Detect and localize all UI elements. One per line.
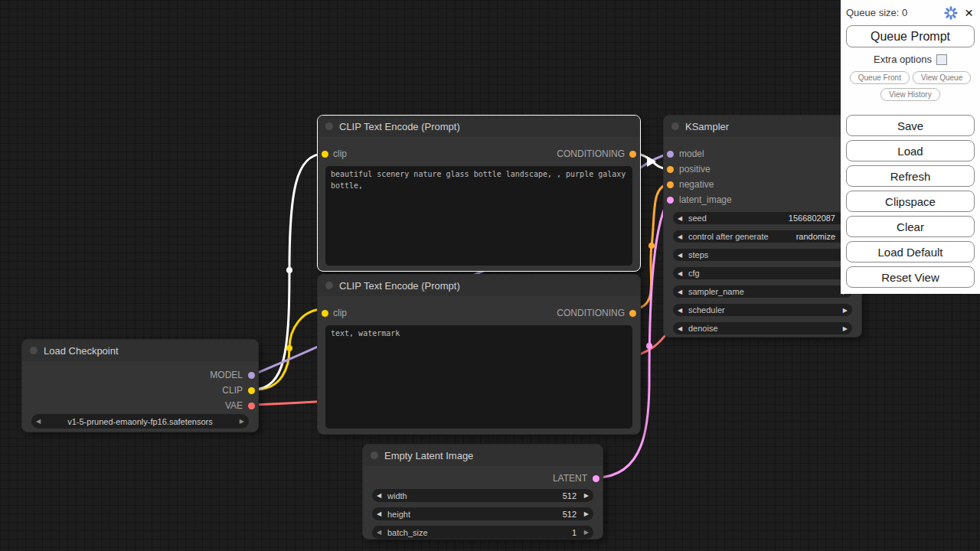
increment-arrow-icon[interactable]: ▶	[580, 510, 589, 517]
settings-gear-icon[interactable]	[944, 6, 958, 20]
input-slot-model[interactable]: model	[664, 146, 861, 161]
view-queue-button[interactable]: View Queue	[913, 71, 971, 84]
widget-scheduler[interactable]: ◀ scheduler ▶	[673, 304, 852, 316]
decrement-arrow-icon[interactable]: ◀	[678, 325, 687, 332]
widget-denoise[interactable]: ◀ denoise ▶	[673, 322, 852, 334]
input-slot-positive[interactable]: positive	[664, 161, 861, 177]
clear-button[interactable]: Clear	[846, 216, 975, 237]
vae-slot-dot[interactable]	[248, 403, 255, 409]
collapse-dot-icon[interactable]	[325, 282, 333, 289]
decrement-arrow-icon[interactable]: ◀	[678, 307, 687, 314]
node-title-bar[interactable]: CLIP Text Encode (Prompt)	[318, 275, 640, 296]
widget-sampler-name[interactable]: ◀ sampler_name ▶	[673, 285, 852, 298]
model-slot-dot[interactable]	[667, 151, 674, 158]
node-title-bar[interactable]: CLIP Text Encode (Prompt)	[318, 116, 640, 137]
clip-slot-dot[interactable]	[248, 387, 255, 394]
view-history-button[interactable]: View History	[880, 88, 939, 101]
reset-view-button[interactable]: Reset View	[846, 266, 975, 288]
output-slot-conditioning[interactable]: CONDITIONING	[557, 308, 636, 318]
slot-label: model	[679, 148, 704, 159]
collapse-dot-icon[interactable]	[325, 122, 333, 130]
node-title: CLIP Text Encode (Prompt)	[339, 280, 460, 292]
graph-canvas[interactable]: CLIP Text Encode (Prompt) clip CONDITION…	[0, 0, 980, 551]
conditioning-slot-dot[interactable]	[667, 166, 674, 173]
output-slot-conditioning[interactable]: CONDITIONING	[557, 148, 636, 159]
latent-slot-dot[interactable]	[667, 197, 674, 204]
prev-value-arrow-icon[interactable]: ◀	[36, 418, 45, 425]
node-title-bar[interactable]: Load Checkpoint	[22, 340, 258, 361]
output-slot-vae[interactable]: VAE	[22, 398, 258, 413]
increment-arrow-icon[interactable]: ▶	[580, 492, 589, 499]
collapse-dot-icon[interactable]	[30, 347, 38, 354]
widget-width[interactable]: ◀ width 512 ▶	[372, 489, 593, 502]
decrement-arrow-icon[interactable]: ◀	[678, 252, 687, 259]
node-clip-text-encode-2[interactable]: CLIP Text Encode (Prompt) clip CONDITION…	[317, 274, 641, 435]
decrement-arrow-icon[interactable]: ◀	[678, 289, 687, 295]
queue-front-button[interactable]: Queue Front	[850, 71, 910, 84]
clipspace-button[interactable]: Clipspace	[846, 191, 975, 212]
widget-label: seed	[688, 214, 707, 223]
refresh-button[interactable]: Refresh	[846, 165, 975, 187]
node-title: Load Checkpoint	[44, 345, 119, 357]
increment-arrow-icon[interactable]: ▶	[580, 529, 589, 536]
decrement-arrow-icon[interactable]: ◀	[377, 492, 386, 499]
negative-prompt-textarea[interactable]: text, watermark	[325, 325, 632, 429]
output-slot-clip[interactable]: CLIP	[22, 383, 258, 398]
conditioning-slot-dot[interactable]	[629, 310, 636, 317]
ckpt-name-combo[interactable]: ◀ v1-5-pruned-emaonly-fp16.safetensors ▶	[31, 414, 249, 429]
widget-batch-size[interactable]: ◀ batch_size 1 ▶	[372, 526, 593, 539]
node-title: Empty Latent Image	[384, 450, 473, 461]
save-button[interactable]: Save	[846, 115, 975, 136]
increment-arrow-icon[interactable]: ▶	[838, 307, 848, 314]
widget-label: scheduler	[688, 305, 725, 315]
node-empty-latent-image[interactable]: Empty Latent Image LATENT ◀ width 512 ▶ …	[362, 444, 603, 540]
widget-label: cfg	[688, 269, 700, 278]
positive-prompt-textarea[interactable]: beautiful scenery nature glass bottle la…	[325, 166, 632, 266]
clip-slot-dot[interactable]	[322, 310, 328, 317]
decrement-arrow-icon[interactable]: ◀	[377, 510, 386, 517]
extra-options-checkbox[interactable]	[936, 54, 947, 65]
node-clip-text-encode-1[interactable]: CLIP Text Encode (Prompt) clip CONDITION…	[317, 115, 641, 272]
decrement-arrow-icon[interactable]: ◀	[377, 529, 386, 536]
node-ksampler[interactable]: KSampler model positive negative latent_…	[663, 115, 862, 337]
conditioning-slot-dot[interactable]	[667, 181, 674, 188]
input-slot-negative[interactable]: negative	[664, 177, 861, 192]
load-default-button[interactable]: Load Default	[846, 241, 975, 262]
output-slot-model[interactable]: MODEL	[22, 367, 258, 383]
next-value-arrow-icon[interactable]: ▶	[235, 418, 244, 425]
slot-label: latent_image	[679, 194, 732, 205]
close-icon[interactable]: ×	[965, 5, 973, 20]
slot-label: negative	[679, 179, 714, 190]
widget-steps[interactable]: ◀ steps ▶	[673, 249, 852, 261]
conditioning-slot-dot[interactable]	[629, 151, 636, 158]
collapse-dot-icon[interactable]	[671, 122, 679, 130]
widget-label: denoise	[688, 324, 718, 333]
widget-seed[interactable]: ◀ seed 1566802087 ▶	[673, 212, 852, 224]
widget-height[interactable]: ◀ height 512 ▶	[372, 507, 593, 520]
input-slot-clip[interactable]: clip	[322, 308, 347, 318]
decrement-arrow-icon[interactable]: ◀	[678, 233, 687, 240]
node-load-checkpoint[interactable]: Load Checkpoint MODEL CLIP VAE ◀ v1-5-pr…	[21, 339, 259, 432]
link-midpoint-dot	[646, 343, 652, 349]
input-slot-clip[interactable]: clip	[322, 148, 347, 159]
widget-label: height	[387, 510, 410, 519]
link-midpoint-dot	[286, 345, 292, 351]
decrement-arrow-icon[interactable]: ◀	[678, 270, 687, 277]
model-slot-dot[interactable]	[248, 372, 255, 379]
output-slot-latent[interactable]: LATENT	[363, 472, 603, 484]
widget-control-after-generate[interactable]: ◀ control after generate randomize ▶	[673, 230, 852, 243]
widget-cfg[interactable]: ◀ cfg ▶	[673, 267, 852, 279]
node-title-bar[interactable]: Empty Latent Image	[363, 445, 603, 466]
queue-prompt-button[interactable]: Queue Prompt	[846, 25, 975, 47]
widget-value: 1566802087	[789, 214, 835, 223]
ckpt-name-value: v1-5-pruned-emaonly-fp16.safetensors	[45, 417, 235, 426]
latent-slot-dot[interactable]	[593, 475, 599, 482]
input-slot-latent-image[interactable]: latent_image	[664, 192, 861, 207]
decrement-arrow-icon[interactable]: ◀	[678, 215, 687, 222]
node-title-bar[interactable]: KSampler	[664, 116, 861, 137]
increment-arrow-icon[interactable]: ▶	[838, 325, 848, 332]
widget-value: 512	[563, 510, 577, 519]
clip-slot-dot[interactable]	[322, 151, 328, 158]
load-button[interactable]: Load	[846, 140, 975, 161]
collapse-dot-icon[interactable]	[371, 452, 378, 459]
